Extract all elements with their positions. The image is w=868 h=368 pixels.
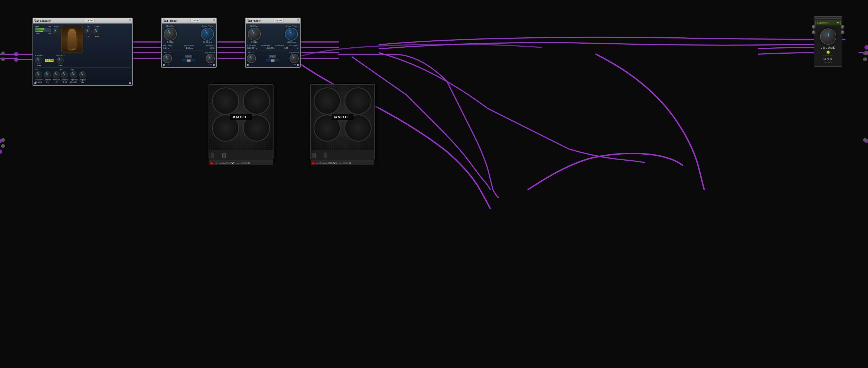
mod-title: MOD xyxy=(823,58,833,61)
vol-input-port-2 xyxy=(812,30,815,34)
phaser-stereo-value: 180.00 deg xyxy=(286,41,296,43)
pre-highpass-label: Highpass xyxy=(35,79,42,81)
cab-right-model-select[interactable]: modern 4X 12 xyxy=(320,162,337,164)
flanger-stereo-label: Stereo Phase xyxy=(202,25,213,27)
phaser-amount-value: 1.00 xyxy=(249,64,253,65)
amount-value: 1.00 xyxy=(55,81,58,83)
phaser-dry-label: Dry Amount xyxy=(289,52,299,53)
phaser-reset-label[interactable]: Reset xyxy=(269,55,276,58)
phaser-header: Calf Phaser On/Off ≡ xyxy=(246,18,300,24)
phaser-onoff[interactable]: On/Off xyxy=(274,19,284,23)
mindelay-label: Min Delay xyxy=(163,45,172,47)
cab-right-output-bar2 xyxy=(349,162,351,163)
post-label: Post xyxy=(70,69,86,71)
activation-knob[interactable] xyxy=(35,57,42,64)
tone-knob[interactable] xyxy=(53,71,60,78)
phaser-amount-knob[interactable] xyxy=(247,54,256,63)
mix-value: 1.00 xyxy=(86,36,90,38)
left-port-2 xyxy=(1,57,5,61)
saturation-knob[interactable] xyxy=(57,57,64,64)
mod-subtitle: Volume xyxy=(823,61,833,64)
saturator-onoff[interactable]: On/Off xyxy=(85,19,95,23)
phaser-moddepth-label: Mod Depth xyxy=(261,45,270,47)
flanger-module: Calf Flanger On/Off ≡ Mod Rate 0.20 Hz S… xyxy=(161,18,217,68)
post-highpass-knob[interactable] xyxy=(70,71,77,78)
phaser-stereo-knob[interactable] xyxy=(285,28,298,41)
mix-knob[interactable] xyxy=(85,28,92,35)
vol-input-port-1 xyxy=(812,25,815,29)
volume-knob[interactable] xyxy=(820,28,836,45)
blend-knob[interactable] xyxy=(53,28,60,35)
post-highpass-value: 10.00 Hz xyxy=(70,81,78,83)
flanger-stereo-knob[interactable] xyxy=(201,28,214,41)
cabinet-left-logo: ⊗MOD xyxy=(230,114,252,120)
phaser-dry-knob[interactable] xyxy=(289,54,299,63)
feedback-value: 1.690 xyxy=(210,47,215,49)
cab-left-output-bar2 xyxy=(248,162,250,163)
flanger-modrate-knob[interactable] xyxy=(164,28,177,41)
flanger-menu-icon[interactable]: ≡ xyxy=(213,19,215,22)
tube-display: Calf xyxy=(61,26,83,53)
flanger-reset-label[interactable]: Reset xyxy=(185,55,192,58)
flanger-dry-value: 1.00 xyxy=(208,64,212,65)
flanger-amount-knob[interactable] xyxy=(163,54,172,63)
master-label: Master xyxy=(94,26,99,28)
svg-point-5 xyxy=(865,45,868,50)
saturator-title: Calf Saturator xyxy=(35,20,51,22)
cabinet-left-foot2 xyxy=(222,153,226,158)
left-port-4 xyxy=(1,144,5,148)
master-value: 1.00 xyxy=(95,36,99,38)
gradient-label: Gradient xyxy=(61,79,68,81)
activation-value: 1.00 xyxy=(37,64,41,66)
output-value: 0dB xyxy=(48,32,51,34)
master-knob[interactable] xyxy=(93,28,100,35)
cabinet-right-foot2 xyxy=(324,153,327,158)
pre-label: Pre xyxy=(35,69,51,71)
gradient-knob[interactable] xyxy=(61,71,68,78)
flanger-dry-knob[interactable] xyxy=(206,54,215,63)
vol-output-port-1 xyxy=(841,25,844,29)
cab-right-icon: ✕ xyxy=(312,162,314,164)
left-port-3 xyxy=(1,138,5,142)
moddepth-value: 1.00 ms xyxy=(186,47,193,49)
cab-left-icon: ✕ xyxy=(211,162,213,164)
cab-right-output-bar xyxy=(343,162,348,163)
cabinet-left: ⊗MOD ✕ model modern 4X 12 output xyxy=(209,84,274,160)
phaser-slider[interactable] xyxy=(266,59,279,62)
saturator-menu-icon[interactable]: ≡ xyxy=(129,19,130,22)
activation-label: Activation xyxy=(35,55,43,56)
cab-right-output-label: output xyxy=(337,162,342,164)
post-highpass-label: Highpass xyxy=(70,79,78,81)
phaser-menu-icon[interactable]: ≡ xyxy=(297,19,299,22)
blend-label: Blend xyxy=(54,26,59,28)
flanger-onoff[interactable]: On/Off xyxy=(190,19,200,23)
flanger-title: Calf Flanger xyxy=(163,20,177,22)
svg-point-1 xyxy=(14,57,19,62)
saturator-header: Calf Saturator On/Off ≡ xyxy=(33,18,132,24)
post-lowpass-knob[interactable] xyxy=(79,71,86,78)
pre-lowpass-value: 1hr xyxy=(46,81,49,83)
amount-label: Amount xyxy=(53,79,60,81)
pre-highpass-knob[interactable] xyxy=(35,71,42,78)
phaser-amount-label: Amount xyxy=(248,52,255,53)
right-port-1 xyxy=(863,52,867,55)
pre-lowpass-knob[interactable] xyxy=(44,71,51,78)
post-lowpass-label: Lowpass xyxy=(79,79,86,81)
cabinet-right-foot1 xyxy=(313,153,316,158)
phaser-module: Calf Phaser On/Off ≡ Mod Rate 0.25 Hz St… xyxy=(245,18,301,68)
cab-right-model-label: model xyxy=(315,162,319,164)
volume-type-select[interactable]: Logarithmic xyxy=(815,21,841,25)
cab-left-model-select[interactable]: modern 4X 12 xyxy=(219,162,235,164)
phaser-basefreq-value: 1000.00 Hz xyxy=(247,47,257,49)
flanger-slider[interactable] xyxy=(182,59,195,62)
flanger-amount-label: Amount xyxy=(164,52,170,53)
flanger-stereo-value: 99.60 deg xyxy=(203,41,212,43)
flanger-header: Calf Flanger On/Off ≡ xyxy=(162,18,216,24)
cab-left-model-label: model xyxy=(214,162,218,164)
lcd-display: 10.00 xyxy=(45,59,54,62)
phaser-modrate-knob[interactable] xyxy=(248,28,261,41)
tone-label: Tone xyxy=(59,69,63,71)
gradient-value: *1.00 xyxy=(62,81,67,83)
volume-led xyxy=(827,51,830,54)
svg-point-0 xyxy=(14,52,19,56)
